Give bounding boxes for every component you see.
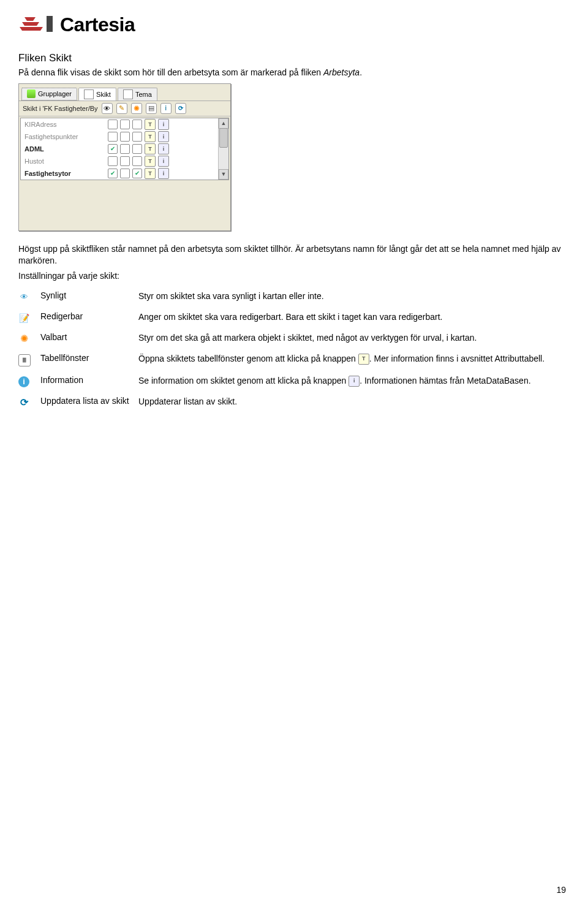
eye-icon[interactable] [102,103,113,114]
setting-row: SynligtStyr om skiktet ska vara synligt … [18,290,570,303]
refresh-icon[interactable] [175,103,186,114]
panel-list: KIRAdressFastighetspunkterADMLHustotFast… [20,118,229,180]
tab-label: Tema [135,91,152,98]
setting-icon-cell [18,396,40,408]
checkbox[interactable] [132,169,142,178]
checkbox[interactable] [120,156,130,166]
table-icon[interactable] [145,156,156,167]
layer-name: KIRAdress [24,121,105,128]
table-icon[interactable] [145,119,156,130]
checkbox[interactable] [108,156,118,166]
setting-row: ValbartStyr om det ska gå att markera ob… [18,332,570,344]
checkbox[interactable] [132,132,142,142]
star-icon[interactable] [131,103,142,114]
layer-name: Fastighetspunkter [24,133,105,140]
list-item[interactable]: Fastighetsytor [21,167,228,180]
info-icon [18,376,29,387]
tree-icon [123,89,133,99]
settings-list: SynligtStyr om skiktet ska vara synligt … [18,290,570,408]
checkbox[interactable] [108,169,118,178]
scroll-down-icon[interactable]: ▼ [219,169,228,180]
setting-row: TabellfönsterÖppna skiktets tabellfönste… [18,353,570,366]
setting-row: RedigerbarAnger om skiktet ska vara redi… [18,311,570,324]
list-item[interactable]: ADML [21,143,228,155]
info-icon[interactable] [158,119,169,130]
checkbox[interactable] [132,120,142,129]
svg-marker-0 [24,17,36,21]
intro-paragraph: På denna flik visas de skikt som hör til… [18,67,570,78]
svg-rect-3 [47,16,53,32]
intro-period: . [360,67,362,77]
checkbox[interactable] [120,144,130,154]
setting-desc: Styr om det ska gå att markera objekt i … [138,332,570,344]
scroll-thumb[interactable] [219,128,228,148]
setting-icon-cell [18,311,40,324]
skikt-panel: Grupplager Skikt Tema Skikt i 'FK Fastig… [18,83,231,231]
paragraph: Inställningar på varje skikt: [18,270,570,282]
checkbox[interactable] [120,169,130,178]
intro-italic: Arbetsyta [323,67,360,77]
tab-grupplager[interactable]: Grupplager [21,88,77,101]
intro-text: På denna flik visas de skikt som hör til… [18,67,323,77]
setting-row: InformationSe information om skiktet gen… [18,375,570,387]
setting-label: Redigerbar [40,311,138,321]
svg-marker-1 [22,22,39,26]
table-icon[interactable] [145,168,156,179]
cartesia-mark-icon [18,12,55,37]
setting-label: Synligt [40,290,138,300]
table-icon[interactable] [146,103,157,114]
setting-desc: Styr om skiktet ska vara synligt i karta… [138,290,570,302]
setting-icon-cell [18,290,40,303]
list-item[interactable]: KIRAdress [21,118,228,131]
layer-name: ADML [24,145,105,153]
pencil-icon [18,313,29,324]
checkbox[interactable] [132,144,142,154]
info-icon[interactable] [158,143,169,154]
setting-desc: Öppna skiktets tabellfönster genom att k… [138,353,570,365]
checkbox[interactable] [108,120,118,129]
toolbar-label: Skikt i 'FK Fastigheter/By [23,105,98,112]
brand-logo: Cartesia [18,12,570,37]
list-item[interactable]: Fastighetspunkter [21,131,228,143]
panel-spacer [19,181,230,230]
layer-name: Fastighetsytor [24,170,105,177]
checkbox[interactable] [120,132,130,142]
table-icon[interactable] [145,131,156,142]
body-text: Högst upp på skiktfliken står namnet på … [18,243,570,282]
list-item[interactable]: Hustot [21,155,228,167]
layer-name: Hustot [24,157,105,165]
checkbox[interactable] [108,144,118,154]
setting-icon-cell [18,353,40,366]
checkbox[interactable] [108,132,118,142]
info-icon[interactable] [158,131,169,142]
pencil-icon[interactable] [116,103,127,114]
setting-icon-cell [18,332,40,344]
setting-label: Valbart [40,332,138,342]
info-icon [349,376,360,387]
table-icon [358,354,369,365]
setting-row: Uppdatera lista av skiktUppdaterar lista… [18,396,570,408]
panel-toolbar: Skikt i 'FK Fastigheter/By [19,101,230,116]
scroll-up-icon[interactable]: ▲ [219,118,228,129]
eye-icon [18,292,29,303]
checkbox[interactable] [120,120,130,129]
panel-tabstrip: Grupplager Skikt Tema [19,86,230,101]
checkbox[interactable] [132,156,142,166]
tab-tema[interactable]: Tema [118,88,157,101]
info-icon[interactable] [158,156,169,167]
info-icon[interactable] [158,168,169,179]
setting-desc: Se information om skiktet genom att klic… [138,375,570,387]
scrollbar[interactable]: ▲ ▼ [218,118,228,180]
setting-desc: Anger om skiktet ska vara redigerbart. B… [138,311,570,323]
page-number: 19 [556,885,566,895]
page-title: Fliken Skikt [18,52,570,64]
list-icon [84,89,94,99]
setting-label: Tabellfönster [40,353,138,363]
refresh-icon [18,397,29,408]
group-icon [27,89,36,98]
info-icon[interactable] [160,103,172,114]
table-icon[interactable] [145,143,156,154]
setting-icon-cell [18,375,40,387]
tab-skikt[interactable]: Skikt [78,88,116,101]
setting-desc: Uppdaterar listan av skikt. [138,396,570,408]
